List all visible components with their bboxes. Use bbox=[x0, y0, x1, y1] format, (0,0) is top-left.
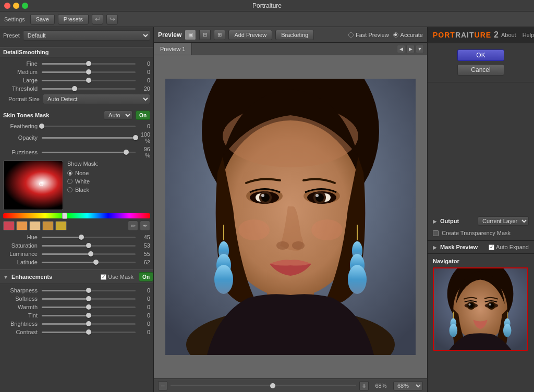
close-button[interactable] bbox=[4, 3, 10, 9]
plugin-title-accent: RAIT bbox=[455, 31, 475, 39]
fast-preview-option[interactable]: Fast Preview bbox=[348, 32, 389, 38]
preview-canvas[interactable] bbox=[154, 55, 427, 378]
saturation-label: Saturation bbox=[3, 242, 40, 249]
output-expand-icon[interactable]: ▶ bbox=[433, 218, 437, 224]
color-swatch-lightpink[interactable] bbox=[29, 221, 41, 230]
navigator-thumbnail[interactable] bbox=[433, 267, 528, 351]
enhancements-expand-icon[interactable]: ▼ bbox=[3, 274, 8, 280]
undo-button[interactable]: ↩ bbox=[92, 14, 103, 24]
svg-point-18 bbox=[276, 241, 289, 250]
color-gradient-picker[interactable] bbox=[3, 161, 63, 210]
opacity-value: 100 % bbox=[138, 131, 150, 144]
about-button[interactable]: About bbox=[499, 31, 518, 39]
view-single-button[interactable]: ▣ bbox=[185, 30, 196, 40]
luminance-slider-row: Luminance 55 bbox=[3, 251, 150, 257]
accurate-radio[interactable] bbox=[393, 32, 398, 38]
sharpness-slider[interactable] bbox=[42, 290, 136, 291]
mask-black-radio[interactable] bbox=[67, 187, 72, 192]
mask-preview-expand-icon[interactable]: ▶ bbox=[433, 244, 437, 250]
color-swatch-tan[interactable] bbox=[42, 221, 54, 230]
auto-expand-checkbox[interactable]: ✓ bbox=[489, 244, 494, 250]
cancel-button[interactable]: Cancel bbox=[457, 64, 504, 76]
brightness-slider[interactable] bbox=[42, 323, 136, 325]
svg-point-17 bbox=[315, 194, 319, 197]
luminance-slider[interactable] bbox=[42, 253, 136, 255]
output-select[interactable]: Current Layer New Layer bbox=[478, 216, 529, 226]
svg-point-19 bbox=[292, 241, 305, 250]
color-swatch-orange[interactable] bbox=[16, 221, 28, 230]
eyedropper-add-button[interactable]: ✏ bbox=[128, 220, 138, 231]
warmth-slider[interactable] bbox=[42, 307, 136, 308]
mask-none-option[interactable]: None bbox=[67, 170, 99, 176]
view-split-v-button[interactable]: ⊞ bbox=[214, 30, 225, 40]
tint-value: 0 bbox=[138, 312, 150, 318]
fine-slider[interactable] bbox=[42, 63, 136, 65]
preview-footer: − + 68% 68% 50% 100% bbox=[154, 378, 427, 392]
warmth-slider-row: Warmth 0 bbox=[3, 304, 150, 310]
svg-point-40 bbox=[469, 303, 471, 305]
large-slider[interactable] bbox=[42, 80, 136, 81]
softness-slider[interactable] bbox=[42, 298, 136, 300]
mask-black-option[interactable]: Black bbox=[67, 187, 99, 193]
detail-smoothing-header: DetailSmoothing bbox=[0, 47, 153, 57]
eyedropper-remove-button[interactable]: ✒ bbox=[140, 220, 150, 231]
zoom-in-button[interactable]: + bbox=[359, 381, 369, 390]
hue-slider[interactable] bbox=[42, 237, 136, 238]
threshold-value: 20 bbox=[138, 85, 150, 92]
zoom-slider[interactable] bbox=[171, 385, 356, 386]
latitude-slider[interactable] bbox=[42, 262, 136, 263]
minimize-button[interactable] bbox=[13, 3, 19, 9]
enhancements-on-toggle[interactable]: On bbox=[139, 272, 153, 281]
use-mask-checkbox-row[interactable]: ✓ Use Mask bbox=[101, 274, 134, 280]
plugin-title: PORTRAITURE 2 bbox=[433, 30, 499, 40]
medium-slider[interactable] bbox=[42, 71, 136, 73]
navigator-section: Navigator bbox=[428, 254, 534, 392]
view-split-h-button[interactable]: ⊟ bbox=[199, 30, 211, 40]
mask-white-label: White bbox=[75, 178, 90, 185]
mask-white-option[interactable]: White bbox=[67, 178, 99, 185]
color-swatch-yellow[interactable] bbox=[55, 221, 67, 230]
portrait-size-label: Portrait Size bbox=[3, 96, 40, 102]
hue-bar[interactable] bbox=[3, 213, 150, 218]
opacity-slider[interactable] bbox=[42, 137, 136, 139]
add-preview-button[interactable]: Add Preview bbox=[228, 30, 272, 40]
skin-tones-auto-select[interactable]: Auto bbox=[104, 111, 132, 120]
mask-preview-label: Mask Preview bbox=[440, 244, 486, 250]
tab-menu-arrow[interactable]: ▼ bbox=[416, 45, 424, 53]
accurate-option[interactable]: Accurate bbox=[393, 32, 423, 38]
output-label: Output bbox=[440, 218, 475, 224]
output-section: ▶ Output Current Layer New Layer Create … bbox=[428, 212, 534, 241]
preview-tab-1[interactable]: Preview 1 bbox=[154, 43, 192, 55]
fast-preview-radio[interactable] bbox=[348, 32, 354, 38]
auto-expand-checkbox-row[interactable]: ✓ Auto Expand bbox=[489, 244, 529, 250]
color-picker-cursor bbox=[39, 182, 43, 186]
help-button[interactable]: Help bbox=[520, 31, 534, 39]
preset-select[interactable]: Default bbox=[23, 30, 150, 41]
color-swatch-pink[interactable] bbox=[3, 221, 15, 230]
tint-slider[interactable] bbox=[42, 315, 136, 316]
threshold-slider[interactable] bbox=[42, 88, 136, 90]
zoom-out-button[interactable]: − bbox=[158, 381, 167, 390]
skin-tones-on-toggle[interactable]: On bbox=[136, 111, 150, 120]
transparency-checkbox[interactable] bbox=[433, 230, 439, 236]
saturation-slider[interactable] bbox=[42, 245, 136, 247]
tab-next-arrow[interactable]: ▶ bbox=[406, 45, 415, 53]
mask-none-radio[interactable] bbox=[67, 170, 72, 176]
contrast-slider[interactable] bbox=[42, 332, 136, 333]
feathering-slider[interactable] bbox=[42, 126, 136, 127]
ok-button[interactable]: OK bbox=[457, 50, 504, 61]
save-button[interactable]: Save bbox=[30, 14, 55, 24]
portrait-size-select[interactable]: Auto Detect bbox=[43, 94, 150, 104]
preview-title: Preview bbox=[158, 31, 181, 39]
fuzziness-slider[interactable] bbox=[42, 152, 136, 153]
redo-button[interactable]: ↪ bbox=[106, 14, 118, 24]
zoom-dropdown[interactable]: 68% 50% 100% bbox=[393, 381, 423, 390]
color-swatches-row: ✏ ✒ bbox=[3, 220, 150, 231]
tab-prev-arrow[interactable]: ◀ bbox=[397, 45, 405, 53]
mask-none-label: None bbox=[75, 170, 89, 176]
bracketing-button[interactable]: Bracketing bbox=[275, 30, 314, 40]
use-mask-checkbox[interactable]: ✓ bbox=[101, 274, 106, 280]
presets-button[interactable]: Presets bbox=[58, 14, 89, 24]
maximize-button[interactable] bbox=[22, 3, 28, 9]
mask-white-radio[interactable] bbox=[67, 179, 72, 184]
